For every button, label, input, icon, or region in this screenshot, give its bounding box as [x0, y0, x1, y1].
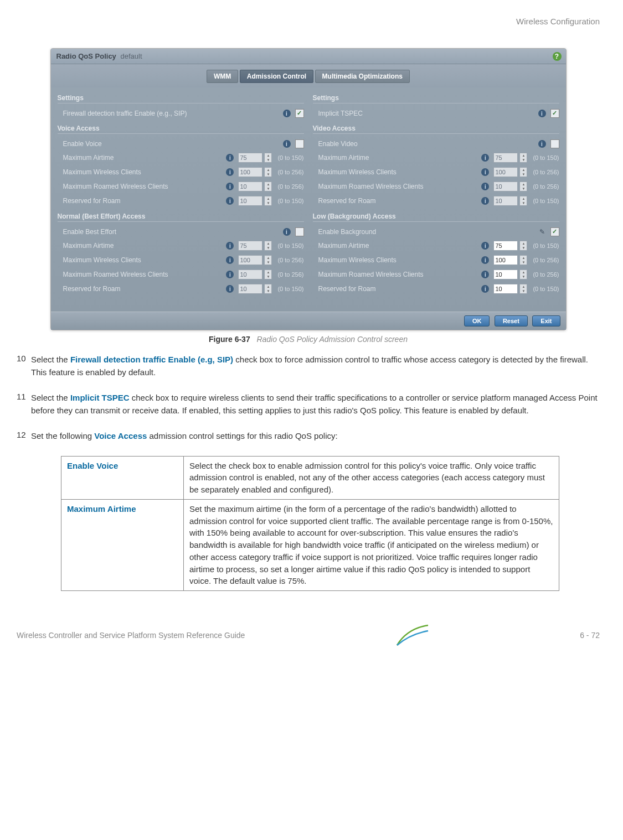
bg-roamed-label: Maximum Roamed Wireless Clients [318, 271, 480, 278]
enable-be-checkbox[interactable] [295, 227, 304, 236]
left-column: Settings Firewall detection traffic Enab… [58, 90, 304, 296]
video-roamed-input[interactable]: 10 [493, 182, 518, 191]
be-reserved-input[interactable]: 10 [238, 284, 262, 294]
video-clients-range: (0 to 256) [533, 169, 559, 175]
page-number: 6 - 72 [580, 631, 600, 640]
spinner-icon[interactable]: ▲▼ [519, 255, 527, 265]
voice-airtime-label: Maximum Airtime [63, 154, 224, 162]
reset-button[interactable]: Reset [495, 315, 528, 326]
video-clients-input[interactable]: 100 [493, 167, 518, 177]
spinner-icon[interactable]: ▲▼ [519, 167, 527, 177]
info-icon[interactable]: i [226, 197, 234, 205]
spinner-icon[interactable]: ▲▼ [264, 269, 272, 279]
figure-title: Radio QoS Policy Admission Control scree… [256, 335, 408, 344]
be-reserved-label: Reserved for Roam [63, 285, 224, 293]
info-icon[interactable]: i [226, 242, 234, 250]
spinner-icon[interactable]: ▲▼ [519, 284, 527, 294]
video-reserved-input[interactable]: 10 [493, 196, 518, 206]
bg-reserved-label: Reserved for Roam [318, 285, 480, 293]
settings-heading-right: Settings [313, 94, 559, 103]
voice-reserved-range: (0 to 150) [277, 198, 303, 204]
spinner-icon[interactable]: ▲▼ [519, 196, 527, 206]
spinner-icon[interactable]: ▲▼ [264, 255, 272, 265]
info-icon[interactable]: i [226, 183, 234, 190]
highlight: Implicit TSPEC [70, 393, 130, 402]
step-10-text: Select the Firewall detection traffic En… [31, 354, 600, 378]
voice-airtime-input[interactable]: 75 [238, 153, 262, 163]
info-icon[interactable]: i [481, 154, 489, 162]
be-airtime-input[interactable]: 75 [238, 241, 262, 251]
be-clients-input[interactable]: 100 [238, 255, 262, 265]
step-number: 12 [17, 430, 28, 449]
help-icon[interactable]: ? [553, 52, 562, 61]
highlight: Firewall detection traffic Enable (e.g, … [70, 355, 233, 364]
info-icon[interactable]: i [283, 110, 291, 117]
figure-number: Figure 6-37 [209, 335, 250, 344]
swoosh-icon [396, 624, 429, 646]
enable-video-label: Enable Video [318, 140, 536, 148]
firewall-enable-checkbox[interactable]: ✓ [295, 109, 304, 118]
tab-wmm[interactable]: WMM [207, 70, 238, 83]
info-icon[interactable]: i [226, 168, 234, 176]
voice-clients-input[interactable]: 100 [238, 167, 262, 177]
info-icon[interactable]: i [481, 183, 489, 190]
info-icon[interactable]: i [481, 285, 489, 293]
video-access-heading: Video Access [313, 125, 559, 134]
spinner-icon[interactable]: ▲▼ [519, 153, 527, 163]
background-access-heading: Low (Background) Access [313, 212, 559, 222]
tab-multimedia[interactable]: Multimedia Optimizations [315, 70, 410, 83]
be-airtime-label: Maximum Airtime [63, 242, 224, 250]
ok-button[interactable]: OK [464, 315, 490, 326]
info-icon[interactable]: i [481, 271, 489, 278]
info-icon[interactable]: i [481, 168, 489, 176]
info-icon[interactable]: i [226, 285, 234, 293]
tspec-checkbox[interactable]: ✓ [550, 109, 559, 118]
info-icon[interactable]: i [481, 197, 489, 205]
info-icon[interactable]: i [283, 228, 291, 236]
enable-video-checkbox[interactable] [550, 139, 559, 148]
spinner-icon[interactable]: ▲▼ [264, 182, 272, 191]
voice-reserved-input[interactable]: 10 [238, 196, 262, 206]
enable-bg-checkbox[interactable]: ✓ [550, 227, 559, 236]
table-row: Enable Voice Select the check box to ena… [61, 456, 559, 499]
option-label: Enable Voice [61, 456, 184, 499]
info-icon[interactable]: i [538, 140, 546, 148]
bg-clients-input[interactable]: 100 [493, 255, 518, 265]
info-icon[interactable]: i [481, 242, 489, 250]
spinner-icon[interactable]: ▲▼ [264, 167, 272, 177]
info-icon[interactable]: i [226, 154, 234, 162]
bg-airtime-input[interactable]: 75 [493, 241, 518, 251]
info-icon[interactable]: i [481, 256, 489, 264]
spinner-icon[interactable]: ▲▼ [264, 196, 272, 206]
spinner-icon[interactable]: ▲▼ [264, 153, 272, 163]
bg-roamed-input[interactable]: 10 [493, 269, 518, 279]
spinner-icon[interactable]: ▲▼ [519, 182, 527, 191]
video-reserved-range: (0 to 150) [533, 198, 559, 204]
bg-reserved-input[interactable]: 10 [493, 284, 518, 294]
pencil-icon[interactable]: ✎ [538, 228, 546, 236]
enable-voice-checkbox[interactable] [295, 139, 304, 148]
voice-roamed-label: Maximum Roamed Wireless Clients [63, 183, 224, 190]
spinner-icon[interactable]: ▲▼ [519, 269, 527, 279]
info-icon[interactable]: i [226, 256, 234, 264]
spinner-icon[interactable]: ▲▼ [264, 284, 272, 294]
tab-admission-control[interactable]: Admission Control [240, 70, 313, 83]
bg-reserved-range: (0 to 150) [533, 286, 559, 292]
spinner-icon[interactable]: ▲▼ [519, 241, 527, 251]
step-12-text: Set the following Voice Access admission… [31, 430, 338, 443]
be-roamed-input[interactable]: 10 [238, 269, 262, 279]
running-header: Wireless Configuration [17, 17, 600, 26]
exit-button[interactable]: Exit [532, 315, 560, 326]
info-icon[interactable]: i [538, 110, 546, 117]
step-11-text: Select the Implicit TSPEC check box to r… [31, 392, 600, 417]
options-table: Enable Voice Select the check box to ena… [61, 456, 559, 592]
bg-airtime-label: Maximum Airtime [318, 242, 480, 250]
voice-roamed-input[interactable]: 10 [238, 182, 262, 191]
spinner-icon[interactable]: ▲▼ [264, 241, 272, 251]
be-clients-label: Maximum Wireless Clients [63, 256, 224, 264]
screenshot-panel: ? Radio QoS Policy default WMM Admission… [50, 48, 567, 330]
info-icon[interactable]: i [283, 140, 291, 148]
video-airtime-input[interactable]: 75 [493, 153, 518, 163]
info-icon[interactable]: i [226, 271, 234, 278]
video-airtime-range: (0 to 150) [533, 154, 559, 161]
